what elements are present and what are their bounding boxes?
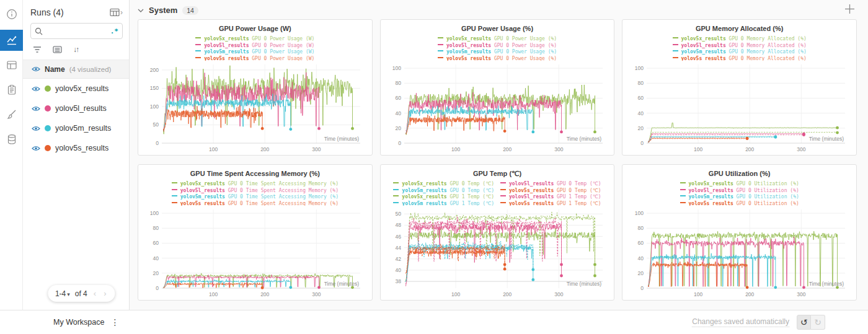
sort-icon[interactable]: ↓↑ [73, 45, 78, 54]
legend-entry[interactable]: yolov5x_results GPU 0 Power Usage (%) [438, 36, 557, 43]
svg-text:38: 38 [396, 278, 402, 284]
chart-panel[interactable]: GPU Power Usage (W)yolov5x_results GPU 0… [138, 19, 373, 156]
legend-entry[interactable]: yolov5m_results GPU 0 Power Usage (%) [438, 49, 557, 56]
legend-swatch [172, 189, 177, 190]
charts-workspace-icon[interactable] [0, 30, 23, 51]
panels-icon[interactable] [0, 55, 23, 76]
svg-text:80: 80 [153, 225, 159, 231]
run-label[interactable]: yolov5l_results [55, 104, 107, 113]
chart-plot[interactable]: 100200300020406080100Time (minutes) [629, 206, 850, 299]
chart-legend: yolov5x_results GPU 0 Time Spent Accessi… [138, 181, 372, 206]
runs-table-expand-button[interactable]: › [110, 8, 123, 17]
legend-entry[interactable]: yolov5s_results GPU 0 Time Spent Accessi… [172, 201, 339, 206]
svg-text:200: 200 [260, 291, 269, 297]
brush-icon[interactable] [0, 104, 23, 125]
legend-entry[interactable]: yolov5l_results GPU 0 Temp (℃) [500, 181, 601, 188]
chart-plot[interactable]: 100200300020406080100Time (minutes) [387, 61, 608, 154]
chart-panel[interactable]: GPU Time Spent Accessing Memory (%)yolov… [138, 164, 373, 301]
legend-swatch [673, 57, 678, 58]
svg-text:48: 48 [396, 222, 402, 228]
eye-icon[interactable] [32, 86, 40, 92]
run-row[interactable]: yolov5s_results [23, 138, 129, 158]
svg-text:Time (minutes): Time (minutes) [324, 281, 360, 287]
run-label[interactable]: yolov5s_results [55, 144, 108, 152]
svg-text:Time (minutes): Time (minutes) [808, 281, 844, 287]
run-row[interactable]: yolov5l_results [23, 99, 129, 118]
chart-panel[interactable]: GPU Power Usage (%)yolov5x_results GPU 0… [380, 19, 615, 156]
legend-entry[interactable]: yolov5m_results GPU 0 Temp (℃) [393, 188, 494, 195]
info-icon[interactable] [0, 4, 23, 25]
legend-entry[interactable]: yolov5x_results GPU 0 Utilization (%) [680, 181, 799, 188]
legend-entry[interactable]: yolov5m_results GPU 0 Utilization (%) [680, 194, 799, 201]
legend-entry[interactable]: yolov5m_results GPU 1 Temp (℃) [393, 201, 494, 206]
legend-entry[interactable]: yolov5l_results GPU 0 Power Usage (%) [438, 43, 557, 50]
legend-entry[interactable]: yolov5s_results GPU 0 Temp (℃) [500, 188, 601, 195]
legend-entry[interactable]: yolov5s_results GPU 1 Temp (℃) [500, 201, 601, 206]
svg-text:100: 100 [150, 103, 159, 110]
legend-entry[interactable]: yolov5s_results GPU 0 Power Usage (W) [195, 56, 314, 61]
run-search-input[interactable] [45, 27, 110, 35]
legend-entry[interactable]: yolov5x_results GPU 0 Time Spent Accessi… [172, 181, 339, 188]
legend-entry[interactable]: yolov5x_results GPU 1 Temp (℃) [393, 194, 494, 201]
eye-icon[interactable] [32, 145, 40, 152]
legend-entry[interactable]: yolov5x_results GPU 0 Power Usage (W) [195, 36, 314, 43]
legend-entry[interactable]: yolov5l_results GPU 0 Power Usage (W) [195, 43, 314, 50]
section-title[interactable]: System [149, 6, 177, 15]
chart-panel[interactable]: GPU Temp (℃)yolov5x_results GPU 0 Temp (… [380, 164, 615, 301]
legend-entry[interactable]: yolov5x_results GPU 0 Memory Allocated (… [673, 36, 807, 43]
legend-entry[interactable]: yolov5m_results GPU 0 Memory Allocated (… [673, 49, 807, 56]
eye-icon[interactable] [32, 105, 40, 112]
legend-entry[interactable]: yolov5m_results GPU 0 Time Spent Accessi… [172, 194, 339, 201]
chart-panel[interactable]: GPU Utilization (%)yolov5x_results GPU 0… [622, 164, 857, 301]
legend-entry[interactable]: yolov5x_results GPU 0 Temp (℃) [393, 181, 494, 188]
group-icon[interactable] [53, 46, 62, 53]
workspace-main: System 14 GPU Power Usage (W)yolov5x_res… [130, 0, 868, 310]
run-row[interactable]: yolov5m_results [23, 118, 129, 138]
svg-text:300: 300 [797, 291, 805, 297]
caret-down-icon: ▾ [67, 291, 70, 297]
chart-plot[interactable]: 10020030038404244464850Time (minutes) [387, 206, 608, 299]
filter-icon[interactable] [33, 46, 42, 53]
legend-swatch [195, 37, 201, 38]
legend-entry[interactable]: yolov5l_results GPU 1 Temp (℃) [500, 194, 601, 201]
run-label[interactable]: yolov5x_results [55, 84, 108, 93]
legend-swatch [438, 50, 443, 51]
section-collapse-chevron-icon[interactable] [138, 8, 144, 13]
legend-entry[interactable]: yolov5l_results GPU 0 Time Spent Accessi… [172, 188, 339, 195]
legend-swatch [393, 182, 399, 183]
redo-button[interactable]: ↻ [811, 315, 825, 330]
legend-entry[interactable]: yolov5s_results GPU 0 Power Usage (%) [438, 56, 557, 61]
clipboard-icon[interactable] [0, 79, 23, 100]
undo-button[interactable]: ↺ [797, 315, 811, 330]
legend-entry[interactable]: yolov5m_results GPU 0 Power Usage (W) [195, 49, 314, 56]
eye-icon[interactable] [32, 125, 40, 132]
legend-entry[interactable]: yolov5l_results GPU 0 Memory Allocated (… [673, 43, 807, 50]
section-panel-count-badge: 14 [182, 6, 198, 15]
run-label[interactable]: yolov5m_results [55, 124, 111, 133]
regex-toggle-icon[interactable]: .* [110, 27, 118, 35]
eye-icon[interactable] [32, 66, 40, 73]
legend-entry[interactable]: yolov5s_results GPU 0 Utilization (%) [680, 201, 799, 206]
page-range[interactable]: 1-4▾ [55, 289, 70, 298]
run-row[interactable]: yolov5x_results [23, 79, 129, 99]
chart-plot[interactable]: 100200300050100150200Time (minutes) [144, 61, 365, 154]
legend-entry[interactable]: yolov5l_results GPU 0 Utilization (%) [680, 188, 799, 195]
chart-plot[interactable]: 100200300020406080100Time (minutes) [629, 61, 850, 154]
workspace-menu-kebab-icon[interactable]: ⋮ [110, 317, 119, 327]
workspace-selector[interactable]: My Workspace [53, 318, 104, 327]
bottom-bar: My Workspace ⋮ Changes saved automatical… [0, 310, 868, 334]
legend-entry[interactable]: yolov5s_results GPU 0 Memory Allocated (… [673, 56, 807, 61]
chart-plot[interactable]: 100200300020406080100Time (minutes) [144, 206, 365, 299]
svg-text:100: 100 [209, 291, 218, 297]
prev-page-button[interactable]: ‹ [92, 289, 97, 298]
svg-text:46: 46 [396, 234, 402, 240]
run-search-box[interactable]: .* [30, 23, 123, 39]
add-panel-button[interactable] [844, 3, 856, 17]
chart-panel[interactable]: GPU Memory Allocated (%)yolov5x_results … [622, 19, 857, 156]
svg-text:50: 50 [396, 211, 402, 217]
database-icon[interactable] [0, 129, 23, 150]
svg-text:44: 44 [396, 245, 402, 251]
next-page-button[interactable]: › [102, 289, 107, 298]
svg-text:200: 200 [745, 291, 754, 297]
run-color-dot [45, 86, 51, 92]
